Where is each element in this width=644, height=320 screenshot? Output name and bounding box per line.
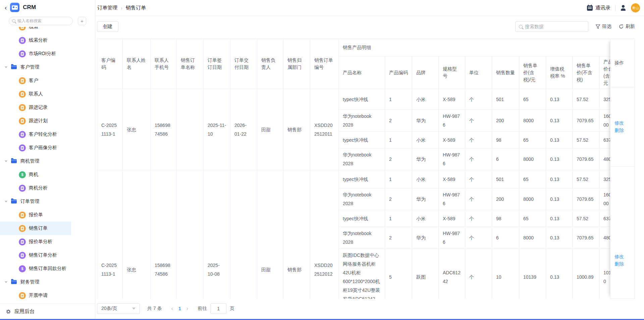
product-cell-code: 1	[385, 89, 412, 110]
data-search-input[interactable]	[525, 24, 585, 29]
back-chevron-icon[interactable]: ‹	[5, 4, 7, 11]
sidebar-item-label: 开票申请	[29, 292, 48, 299]
product-column-header: 销售数量	[492, 56, 519, 89]
refresh-button[interactable]: 刷新	[619, 24, 635, 30]
sidebar-item-label: 客户管理	[20, 64, 39, 70]
product-cell-name: typec快冲线	[339, 210, 385, 227]
sidebar-item-sales-order-analysis[interactable]: 销售订单分析	[0, 248, 71, 262]
product-cell-model: HW-9876	[439, 188, 465, 210]
contacts-button[interactable]: 通讯录	[587, 5, 610, 11]
sidebar-item-invoice-request[interactable]: 开票申请	[0, 289, 71, 302]
sidebar-menu: 线索线索分析市场ROI分析客户管理客户联系人跟进记录跟进计划客户转化分析客户画像…	[0, 27, 71, 304]
order-cell-customer_code: C-20251113-1	[97, 170, 123, 299]
breadcrumb: 订单管理 › 销售订单	[97, 5, 146, 11]
sidebar-item-lead-analysis[interactable]: 线索分析	[0, 34, 71, 47]
funnel-icon	[19, 131, 26, 138]
sidebar-item-profile-analysis[interactable]: 客户画像分析	[0, 141, 71, 154]
table-scroll-area[interactable]: 客户编码联系人姓名联系人手机号销售订单名称订单签订日期订单交付日期销售负责人销售…	[97, 39, 635, 299]
delete-link[interactable]: 删除	[614, 127, 624, 134]
current-page[interactable]: 1	[175, 306, 184, 311]
menu-search-input[interactable]	[17, 18, 69, 23]
product-cell-vat: 0.13	[546, 148, 573, 170]
monitor-icon	[19, 185, 26, 192]
chevron-down-icon	[132, 308, 136, 311]
product-cell-vat: 0.13	[546, 170, 573, 188]
product-cell-unit: 个	[465, 110, 492, 132]
user-icon[interactable]	[620, 5, 626, 11]
sidebar-item-opportunities[interactable]: $商机	[0, 168, 71, 181]
product-cell-code: 2	[385, 188, 412, 210]
goto-page-input[interactable]	[210, 303, 226, 314]
sidebar-item-follow-plans[interactable]: 跟进计划	[0, 114, 71, 128]
sidebar-item-follow-records[interactable]: 跟进记录	[0, 101, 71, 114]
sidebar-item-order-mgmt[interactable]: 订单管理	[0, 195, 71, 208]
sidebar-item-sales-orders[interactable]: 销售订单	[0, 222, 71, 235]
product-cell-unit: 个	[465, 249, 492, 299]
product-cell-brand: 小米	[412, 170, 439, 188]
order-cell-contact_name: 张忠	[123, 170, 151, 299]
order-cell-contact_name: 张忠	[123, 89, 151, 170]
sidebar-item-opportunity-analysis[interactable]: 商机分析	[0, 181, 71, 195]
folder-icon	[11, 199, 17, 203]
page-size-select[interactable]: 20条/页	[97, 303, 140, 314]
money-icon: $	[19, 171, 26, 178]
person-card-icon	[19, 144, 26, 151]
sidebar-item-contacts[interactable]: 联系人	[0, 87, 71, 101]
data-search-box[interactable]	[515, 21, 588, 32]
order-cell-order_no: XSDD202512011	[310, 89, 339, 170]
product-cell-model: ADC61242	[439, 249, 465, 299]
product-cell-name: typec快冲线	[339, 170, 385, 188]
product-cell-vat: 0.13	[546, 132, 573, 148]
doc-icon	[19, 104, 26, 111]
product-cell-name: typec快冲线	[339, 89, 385, 110]
page-size-value: 20条/页	[101, 306, 117, 312]
table-toolbar: 创建 筛选 刷新	[95, 16, 644, 39]
doc-icon	[19, 77, 26, 84]
product-cell-vat: 0.13	[546, 188, 573, 210]
header-divider	[615, 5, 615, 11]
product-cell-model: X-589	[439, 210, 465, 227]
refresh-icon	[619, 24, 624, 29]
product-cell-price_tax: 8000	[519, 148, 546, 170]
sidebar-item-market-roi-analysis[interactable]: 市场ROI分析	[0, 47, 71, 60]
funnel-icon	[596, 25, 600, 29]
app-backend-link[interactable]: 应用后台	[0, 304, 95, 319]
product-cell-price_tax: 8000	[519, 110, 546, 132]
product-cell-brand: 小米	[412, 210, 439, 227]
next-page-button[interactable]: ›	[184, 306, 190, 312]
chevron-down-icon	[5, 281, 7, 284]
sidebar-item-payment-analysis[interactable]: $销售订单回款分析	[0, 262, 71, 275]
sidebar-item-quotations[interactable]: 报价单	[0, 208, 71, 222]
column-header: 订单签订日期	[204, 39, 230, 89]
sidebar-item-label: 商机管理	[20, 158, 39, 164]
filter-button[interactable]: 筛选	[596, 24, 611, 30]
chart-icon	[19, 50, 26, 57]
column-header: 销售订单编号	[310, 39, 339, 89]
sidebar-item-leads[interactable]: 线索	[0, 27, 71, 34]
modify-link[interactable]: 修改	[614, 254, 624, 260]
sidebar-item-label: 市场ROI分析	[29, 51, 56, 57]
column-header: 客户编码	[97, 39, 123, 89]
contacts-label: 通讯录	[595, 5, 610, 11]
doc-icon	[19, 252, 26, 259]
sidebar-item-label: 客户转化分析	[29, 131, 57, 137]
avatar[interactable]: 青山	[631, 3, 640, 12]
sidebar-item-customers[interactable]: 客户	[0, 74, 71, 87]
breadcrumb-parent[interactable]: 订单管理	[97, 5, 117, 11]
modify-link[interactable]: 修改	[614, 120, 624, 126]
sidebar-item-opportunity-mgmt[interactable]: 商机管理	[0, 154, 71, 168]
add-menu-button[interactable]: +	[78, 17, 86, 25]
sidebar-item-customer-mgmt[interactable]: 客户管理	[0, 60, 71, 74]
product-cell-price_tax: 65	[519, 132, 546, 148]
product-cell-code: 2	[385, 148, 412, 170]
product-cell-code: 2	[385, 110, 412, 132]
sidebar-item-quotation-analysis[interactable]: 报价单分析	[0, 235, 71, 248]
order-cell-phone: 15869874586	[151, 89, 177, 170]
sidebar-item-finance-mgmt[interactable]: 财务管理	[0, 275, 71, 289]
sidebar-item-conversion-analysis[interactable]: 客户转化分析	[0, 128, 71, 141]
delete-link[interactable]: 删除	[614, 261, 624, 267]
prev-page-button[interactable]: ‹	[169, 306, 175, 312]
create-button[interactable]: 创建	[97, 21, 118, 32]
chevron-down-icon	[5, 201, 7, 204]
menu-search-box[interactable]	[9, 17, 73, 25]
